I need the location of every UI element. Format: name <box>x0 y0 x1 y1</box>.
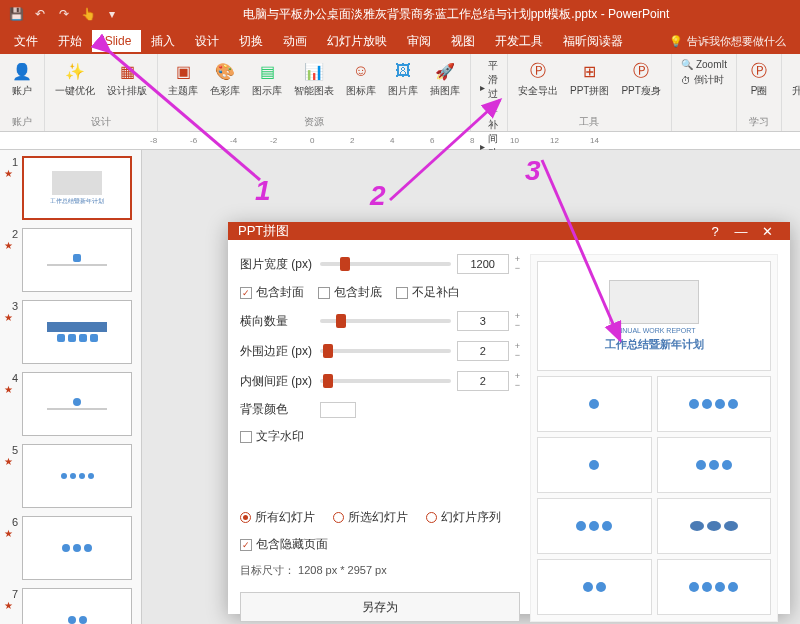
layout-button[interactable]: ▦设计排版 <box>103 58 151 100</box>
thumbnail-5[interactable]: 5★ <box>4 444 137 508</box>
include-hidden-checkbox[interactable]: ✓包含隐藏页面 <box>240 536 328 553</box>
dialog-titlebar[interactable]: PPT拼图 ? — ✕ <box>228 222 790 240</box>
tab-review[interactable]: 审阅 <box>397 29 441 54</box>
timer-button[interactable]: ⏱倒计时 <box>678 72 730 88</box>
touch-icon[interactable]: 👆 <box>80 6 96 22</box>
inner-gap-label: 内侧间距 (px) <box>240 373 314 390</box>
thumbnail-2[interactable]: 2★ <box>4 228 137 292</box>
ribbon-tabs: 文件 开始 iSlide 插入 设计 切换 动画 幻灯片放映 审阅 视图 开发工… <box>0 28 800 54</box>
color-lib-button[interactable]: 🎨色彩库 <box>206 58 244 100</box>
width-stepper[interactable]: +− <box>515 255 520 273</box>
zoomit-button[interactable]: 🔍ZoomIt <box>678 58 730 71</box>
save-as-button[interactable]: 另存为 <box>240 592 520 622</box>
inner-gap-input[interactable]: 2 <box>457 371 509 391</box>
outer-margin-label: 外围边距 (px) <box>240 343 314 360</box>
bg-color-picker[interactable] <box>320 402 356 418</box>
dialog-title: PPT拼图 <box>238 222 289 240</box>
thumbnail-3[interactable]: 3★ <box>4 300 137 364</box>
include-cover-checkbox[interactable]: ✓包含封面 <box>240 284 304 301</box>
tab-animations[interactable]: 动画 <box>273 29 317 54</box>
optimize-button[interactable]: ✨一键优化 <box>51 58 99 100</box>
tab-view[interactable]: 视图 <box>441 29 485 54</box>
radio-selected-slides[interactable]: 所选幻灯片 <box>333 509 408 526</box>
ppt-stitch-dialog: PPT拼图 ? — ✕ 图片宽度 (px) 1200 +− ✓包含封面 包含封底… <box>228 222 790 614</box>
dialog-controls: 图片宽度 (px) 1200 +− ✓包含封面 包含封底 不足补白 横向数量 3… <box>240 254 520 622</box>
ribbon-group-resources: ▣主题库 🎨色彩库 ▤图示库 📊智能图表 ☺图标库 🖼图片库 🚀插图库 资源 <box>158 54 471 131</box>
ppt-compress-button[interactable]: ⓅPPT瘦身 <box>617 58 664 100</box>
tell-me-text: 告诉我你想要做什么 <box>687 34 786 49</box>
title-bar: 💾 ↶ ↷ 👆 ▾ 电脑与平板办公桌面淡雅灰背景商务蓝工作总结与计划ppt模板.… <box>0 0 800 28</box>
horizontal-ruler: -8-6-4-202468101214 <box>0 132 800 150</box>
columns-stepper[interactable]: +− <box>515 312 520 330</box>
watermark-checkbox[interactable]: 文字水印 <box>240 428 304 445</box>
target-size-label: 目标尺寸： 1208 px * 2957 px <box>240 563 520 578</box>
minimize-button[interactable]: — <box>728 224 754 239</box>
pcircle-button[interactable]: ⓅP圈 <box>743 58 775 100</box>
bulb-icon: 💡 <box>669 35 683 48</box>
include-back-checkbox[interactable]: 包含封底 <box>318 284 382 301</box>
icon-lib-button[interactable]: ☺图标库 <box>342 58 380 100</box>
tab-design[interactable]: 设计 <box>185 29 229 54</box>
tab-islide[interactable]: iSlide <box>92 30 141 52</box>
window-title: 电脑与平板办公桌面淡雅灰背景商务蓝工作总结与计划ppt模板.pptx - Pow… <box>120 6 792 23</box>
preview-panel[interactable]: ANNUAL WORK REPORT 工作总结暨新年计划 <box>530 254 778 622</box>
morph-button[interactable]: ▸平滑过渡 <box>477 58 501 116</box>
slide-thumbnails-panel[interactable]: 1★ 工作总结暨新年计划 2★ 3★ 4★ 5★ 6★ 7★ <box>0 150 142 624</box>
group-label-tools: 工具 <box>579 114 599 129</box>
tab-file[interactable]: 文件 <box>4 29 48 54</box>
outer-margin-input[interactable]: 2 <box>457 341 509 361</box>
radio-all-slides[interactable]: 所有幻灯片 <box>240 509 315 526</box>
upgrade-button[interactable]: ♛升级会员 <box>788 58 800 100</box>
undo-icon[interactable]: ↶ <box>32 6 48 22</box>
inner-gap-stepper[interactable]: +− <box>515 372 520 390</box>
tab-foxit[interactable]: 福昕阅读器 <box>553 29 633 54</box>
group-label-learning: 学习 <box>749 114 769 129</box>
inner-gap-slider[interactable] <box>320 379 451 383</box>
group-label-design: 设计 <box>91 114 111 129</box>
radio-sequence[interactable]: 幻灯片序列 <box>426 509 501 526</box>
tab-slideshow[interactable]: 幻灯片放映 <box>317 29 397 54</box>
ribbon-group-tools: Ⓟ安全导出 ⊞PPT拼图 ⓅPPT瘦身 工具 <box>508 54 672 131</box>
width-slider[interactable] <box>320 262 451 266</box>
thumbnail-7[interactable]: 7★ <box>4 588 137 624</box>
theme-lib-button[interactable]: ▣主题库 <box>164 58 202 100</box>
preview-thumb <box>657 376 772 432</box>
export-button[interactable]: Ⓟ安全导出 <box>514 58 562 100</box>
ribbon-group-extras: 🔍ZoomIt ⏱倒计时 <box>672 54 737 131</box>
chart-lib-button[interactable]: 📊智能图表 <box>290 58 338 100</box>
help-button[interactable]: ? <box>702 224 728 239</box>
columns-input[interactable]: 3 <box>457 311 509 331</box>
width-input[interactable]: 1200 <box>457 254 509 274</box>
tab-transitions[interactable]: 切换 <box>229 29 273 54</box>
thumbnail-4[interactable]: 4★ <box>4 372 137 436</box>
outer-margin-stepper[interactable]: +− <box>515 342 520 360</box>
redo-icon[interactable]: ↷ <box>56 6 72 22</box>
account-button[interactable]: 👤账户 <box>6 58 38 100</box>
tell-me[interactable]: 💡 告诉我你想要做什么 <box>669 34 796 49</box>
tab-developer[interactable]: 开发工具 <box>485 29 553 54</box>
columns-label: 横向数量 <box>240 313 314 330</box>
thumbnail-1[interactable]: 1★ 工作总结暨新年计划 <box>4 156 137 220</box>
width-label: 图片宽度 (px) <box>240 256 314 273</box>
outer-margin-slider[interactable] <box>320 349 451 353</box>
pad-checkbox[interactable]: 不足补白 <box>396 284 460 301</box>
illus-lib-button[interactable]: 🚀插图库 <box>426 58 464 100</box>
ribbon-group-account: 👤账户 账户 <box>0 54 45 131</box>
tab-insert[interactable]: 插入 <box>141 29 185 54</box>
quick-access-toolbar: 💾 ↶ ↷ 👆 ▾ <box>8 6 120 22</box>
preview-thumb <box>657 437 772 493</box>
tab-home[interactable]: 开始 <box>48 29 92 54</box>
image-lib-button[interactable]: 🖼图片库 <box>384 58 422 100</box>
group-label-extras <box>703 117 706 129</box>
bg-color-label: 背景颜色 <box>240 401 314 418</box>
preview-thumb <box>537 559 652 615</box>
columns-slider[interactable] <box>320 319 451 323</box>
qat-dropdown-icon[interactable]: ▾ <box>104 6 120 22</box>
diagram-lib-button[interactable]: ▤图示库 <box>248 58 286 100</box>
save-icon[interactable]: 💾 <box>8 6 24 22</box>
ppt-stitch-button[interactable]: ⊞PPT拼图 <box>566 58 613 100</box>
close-button[interactable]: ✕ <box>754 224 780 239</box>
ribbon-group-more: ♛升级会员 ⓘ关于 ⚙设置 更多 <box>782 54 800 131</box>
thumbnail-6[interactable]: 6★ <box>4 516 137 580</box>
preview-thumb <box>537 376 652 432</box>
